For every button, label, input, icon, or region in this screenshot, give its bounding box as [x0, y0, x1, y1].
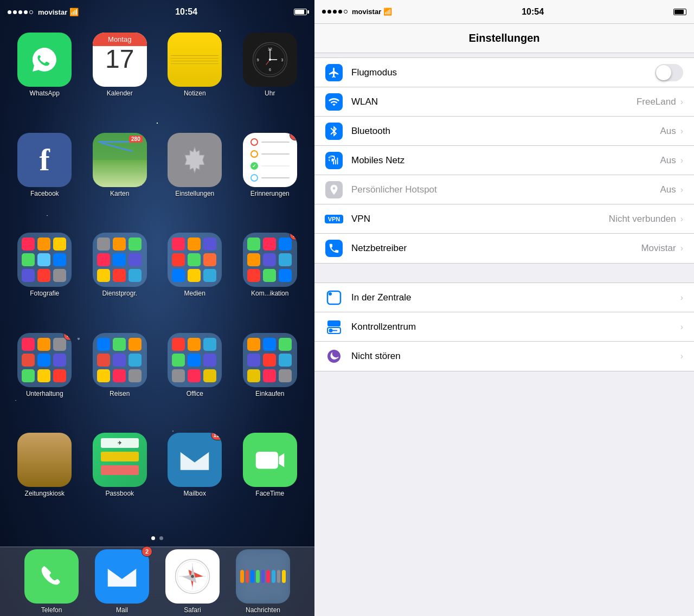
netzbetreiber-chevron: › [680, 243, 683, 253]
svg-text:6: 6 [269, 68, 271, 72]
zentrale-label: In der Zentrale [351, 292, 680, 303]
whatsapp-svg [28, 43, 61, 76]
kontrollzentrum-label: Kontrollzentrum [351, 322, 680, 332]
whatsapp-icon [17, 33, 72, 87]
svg-rect-21 [337, 157, 338, 164]
bottom-gap [314, 371, 694, 393]
app-fotografie[interactable]: Fotografie [12, 233, 78, 323]
mobiles-netz-value: Aus [660, 155, 676, 166]
netzbetreiber-label: Netzbetreiber [351, 243, 641, 254]
app-reisen[interactable]: Reisen [87, 333, 153, 424]
bluetooth-chevron: › [680, 126, 683, 136]
nachrichten-icon [236, 549, 290, 604]
app-uhr[interactable]: 12 6 9 3 Uhr [237, 33, 303, 123]
right-dot-3 [333, 10, 337, 14]
karten-label: Karten [110, 190, 129, 197]
flugmodus-row[interactable]: Flugmodus [314, 58, 694, 87]
right-wifi-icon: 📶 [383, 8, 392, 16]
mailbox-badge: 111 [211, 433, 222, 440]
nicht-storen-icon-wrapper [325, 348, 343, 365]
right-signal-dots [322, 10, 348, 14]
svg-marker-12 [279, 453, 284, 467]
facebook-icon: f [17, 133, 72, 187]
svg-rect-11 [256, 452, 278, 469]
dock-mail[interactable]: 2 Mail [95, 549, 149, 614]
app-kalender[interactable]: Montag 17 Kalender [87, 33, 153, 123]
section-gap-1 [314, 264, 694, 283]
bluetooth-icon [325, 123, 343, 140]
signal-dot-2 [13, 10, 17, 14]
netzbetreiber-row[interactable]: Netzbetreiber Movistar › [314, 234, 694, 263]
right-dot-2 [327, 10, 331, 14]
flight-icon [325, 64, 343, 81]
app-medien[interactable]: Medien [162, 233, 228, 323]
kontrollzentrum-row[interactable]: Kontrollzentrum › [314, 312, 694, 342]
vpn-badge: VPN [325, 215, 344, 223]
app-facetime[interactable]: FaceTime [237, 433, 303, 523]
app-unterhaltung[interactable]: 74 Unterhaltung [12, 333, 78, 424]
app-karten[interactable]: 280 Karten [87, 133, 153, 223]
vpn-label: VPN [351, 214, 609, 224]
telefon-icon [24, 549, 79, 604]
app-notizen[interactable]: Notizen [162, 33, 228, 123]
carrier-svg [328, 242, 340, 254]
flugmodus-toggle[interactable] [655, 64, 683, 81]
nicht-storen-row[interactable]: Nicht stören › [314, 342, 694, 371]
mail-label: Mail [116, 606, 128, 614]
carrier-icon [325, 240, 343, 257]
kalender-icon: Montag 17 [93, 33, 147, 87]
kontrollzentrum-icon-wrapper [325, 318, 343, 336]
app-mailbox[interactable]: 111 Mailbox [162, 433, 228, 523]
svg-point-9 [269, 59, 271, 61]
right-time: 10:54 [522, 7, 544, 17]
right-dot-1 [322, 10, 326, 14]
mail-icon: 2 [95, 549, 149, 604]
dock-nachrichten[interactable]: Nachrichten [236, 549, 290, 614]
einstellungen-label: Einstellungen [175, 190, 214, 197]
app-whatsapp[interactable]: WhatsApp [12, 33, 78, 123]
zentrale-chevron: › [680, 293, 683, 303]
app-passbook[interactable]: ✈ Passbook [87, 433, 153, 523]
svg-point-25 [329, 292, 332, 296]
safari-icon [165, 549, 220, 604]
bluetooth-svg [328, 125, 340, 137]
office-icon [168, 333, 222, 387]
vpn-row[interactable]: VPN VPN Nicht verbunden › [314, 204, 694, 234]
signal-dot-4 [24, 10, 28, 14]
dienstprogr-label: Dienstprogr. [102, 290, 137, 297]
hotspot-row[interactable]: Persönlicher Hotspot Aus › [314, 175, 694, 204]
app-erinnerungen[interactable]: ✓ 7 Erinnerungen [237, 133, 303, 223]
connectivity-section: Flugmodus WLAN FreeLand › [314, 57, 694, 264]
app-dienstprogr[interactable]: Dienstprogr. [87, 233, 153, 323]
right-status-bar: movistar 📶 10:54 [314, 0, 694, 24]
mailbox-icon: 111 [168, 433, 222, 487]
mobiles-netz-label: Mobiles Netz [351, 155, 660, 166]
app-kommunikation[interactable]: 2 Kom...ikation [237, 233, 303, 323]
svg-rect-26 [327, 320, 340, 326]
vpn-value: Nicht verbunden [609, 214, 676, 224]
hotspot-chevron: › [680, 185, 683, 195]
zentrale-icon-wrapper [325, 289, 343, 306]
svg-rect-22 [333, 161, 334, 164]
left-battery-fill [295, 10, 304, 14]
fotografie-label: Fotografie [30, 290, 59, 297]
zeitungskiosk-label: Zeitungskiosk [25, 490, 65, 497]
zentrale-row[interactable]: In der Zentrale › [314, 283, 694, 312]
app-einkaufen[interactable]: Einkaufen [237, 333, 303, 424]
bluetooth-row[interactable]: Bluetooth Aus › [314, 117, 694, 146]
airplane-svg [328, 67, 340, 79]
app-einstellungen[interactable]: Einstellungen [162, 133, 228, 223]
app-facebook[interactable]: f Facebook [12, 133, 78, 223]
vpn-icon-wrapper: VPN [325, 210, 343, 228]
app-office[interactable]: Office [162, 333, 228, 424]
mobiles-netz-row[interactable]: Mobiles Netz Aus › [314, 146, 694, 175]
wlan-row[interactable]: WLAN FreeLand › [314, 87, 694, 117]
app-zeitungskiosk[interactable]: Zeitungskiosk [12, 433, 78, 523]
erinnerungen-label: Erinnerungen [250, 190, 290, 197]
dock-safari[interactable]: Safari [165, 549, 220, 614]
uhr-label: Uhr [265, 89, 275, 97]
dock-telefon[interactable]: Telefon [24, 549, 79, 614]
notifications-section: In der Zentrale › Kontrollzentrum › [314, 283, 694, 371]
calendar-day: 17 [105, 46, 134, 72]
facebook-label: Facebook [30, 190, 59, 197]
